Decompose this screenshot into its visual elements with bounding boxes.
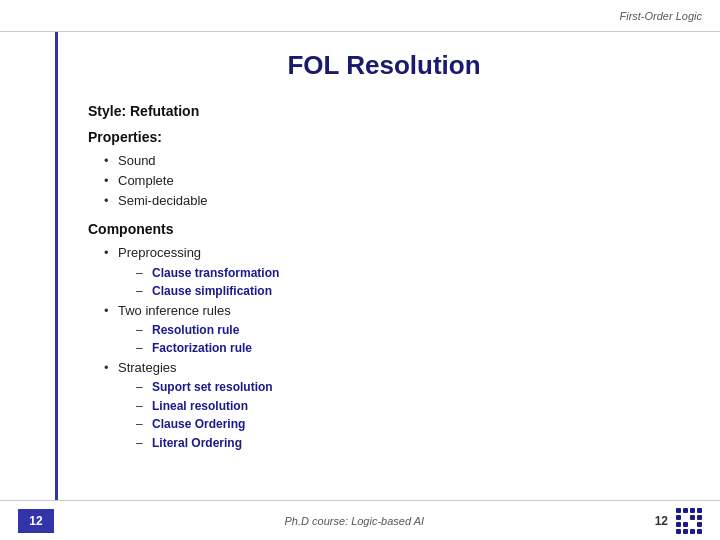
list-item: Semi-decidable xyxy=(104,191,680,211)
top-bar: First-Order Logic xyxy=(0,0,720,32)
list-item: Complete xyxy=(104,171,680,191)
upc-dot xyxy=(683,529,688,534)
components-list: Preprocessing Clause transformation Clau… xyxy=(104,243,680,452)
list-item: Strategies Suport set resolution Lineal … xyxy=(104,358,680,453)
slide: First-Order Logic FOL Resolution Style: … xyxy=(0,0,720,540)
left-accent-bar xyxy=(55,32,58,500)
sub-list: Suport set resolution Lineal resolution … xyxy=(136,378,680,452)
upc-dot xyxy=(697,515,702,520)
upc-dot xyxy=(690,522,695,527)
upc-dot xyxy=(690,508,695,513)
list-item: Clause transformation xyxy=(136,264,680,283)
list-item: Sound xyxy=(104,151,680,171)
upc-dot xyxy=(697,522,702,527)
upc-dot xyxy=(676,508,681,513)
slide-title: FOL Resolution xyxy=(88,50,680,81)
upc-dot xyxy=(690,529,695,534)
upc-dot xyxy=(683,522,688,527)
list-item: Factorization rule xyxy=(136,339,680,358)
upc-dot xyxy=(690,515,695,520)
style-label: Style: Refutation xyxy=(88,103,680,119)
upc-dot xyxy=(697,529,702,534)
header-title: First-Order Logic xyxy=(619,10,702,22)
list-item: Suport set resolution xyxy=(136,378,680,397)
list-item: Lineal resolution xyxy=(136,397,680,416)
list-item: Two inference rules Resolution rule Fact… xyxy=(104,301,680,358)
sub-list: Clause transformation Clause simplificat… xyxy=(136,264,680,301)
page-number-left: 12 xyxy=(18,509,54,533)
list-item: Literal Ordering xyxy=(136,434,680,453)
properties-heading: Properties: xyxy=(88,129,680,145)
components-heading: Components xyxy=(88,221,680,237)
upc-logo xyxy=(676,508,702,534)
course-text: Ph.D course: Logic-based AI xyxy=(285,515,425,527)
upc-dot xyxy=(676,522,681,527)
bottom-bar: 12 Ph.D course: Logic-based AI 12 xyxy=(0,500,720,540)
upc-dot xyxy=(683,508,688,513)
upc-dot xyxy=(676,529,681,534)
slide-content: FOL Resolution Style: Refutation Propert… xyxy=(68,32,700,500)
list-item: Clause Ordering xyxy=(136,415,680,434)
page-number-right: 12 xyxy=(655,514,668,528)
list-item: Clause simplification xyxy=(136,282,680,301)
upc-dot xyxy=(676,515,681,520)
upc-dot xyxy=(683,515,688,520)
list-item: Resolution rule xyxy=(136,321,680,340)
properties-list: Sound Complete Semi-decidable xyxy=(104,151,680,211)
upc-dot xyxy=(697,508,702,513)
sub-list: Resolution rule Factorization rule xyxy=(136,321,680,358)
bottom-right: 12 xyxy=(655,508,702,534)
list-item: Preprocessing Clause transformation Clau… xyxy=(104,243,680,300)
